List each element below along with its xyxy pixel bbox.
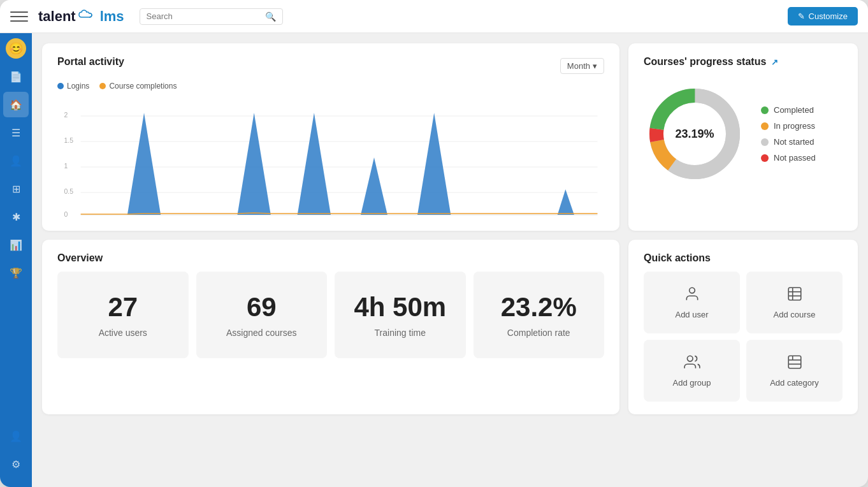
courses-icon: 📄: [10, 71, 22, 83]
add-course-button[interactable]: Add course: [746, 272, 843, 333]
chevron-down-icon: ▾: [593, 61, 597, 71]
add-category-button[interactable]: Add category: [746, 340, 843, 402]
overview-grid: 27 Active users 69 Assigned courses 4h 5…: [57, 272, 604, 358]
svg-text:1: 1: [64, 163, 68, 170]
dot-in-progress: [761, 122, 769, 130]
svg-rect-28: [788, 356, 801, 368]
logo: talent lms: [38, 8, 124, 25]
main-layout: 😊 📄 🏠 ☰ 👤 ⊞ ✱ 📊 🏆: [0, 33, 868, 487]
account-icon: 👤: [10, 430, 22, 442]
sidebar-bottom: 👤 ⚙: [3, 423, 29, 482]
integration-icon: ✱: [12, 211, 20, 223]
donut-center-pct: 23.19%: [675, 127, 714, 141]
bar-1711: [298, 113, 331, 215]
overview-training-time: 4h 50m Training time: [335, 272, 466, 358]
donut-chart: 23.19%: [644, 83, 746, 185]
search-bar[interactable]: 🔍: [140, 8, 283, 25]
overview-assigned-courses: 69 Assigned courses: [196, 272, 328, 358]
label-not-passed: Not passed: [774, 153, 816, 163]
customize-button[interactable]: ✎ Customize: [788, 7, 858, 25]
svg-text:2: 2: [64, 112, 68, 119]
logo-lms: lms: [100, 8, 124, 25]
overview-active-users: 27 Active users: [57, 272, 189, 358]
sidebar-item-courses[interactable]: 📄: [3, 64, 29, 89]
training-time-label: Training time: [375, 328, 426, 338]
avatar[interactable]: 😊: [6, 38, 26, 59]
donut-area: 23.19% Completed In progress: [644, 78, 843, 190]
overview-title: Overview: [57, 252, 103, 263]
logo-talent: talent: [38, 8, 76, 25]
assigned-courses-number: 69: [247, 292, 277, 323]
svg-text:0.5: 0.5: [64, 188, 73, 195]
sidebar-item-home[interactable]: 🏠: [3, 92, 29, 117]
legend-dot-logins: [57, 83, 64, 89]
label-not-started: Not started: [774, 137, 814, 147]
completions-line: [81, 213, 598, 214]
training-time-number: 4h 50m: [354, 292, 446, 323]
add-category-label: Add category: [770, 378, 819, 388]
topbar: talent lms 🔍 ✎ Customize: [0, 0, 868, 33]
chart-area: 0 0.5 1 1.5 2: [57, 91, 604, 218]
search-input[interactable]: [147, 11, 261, 21]
add-course-icon: [786, 286, 803, 306]
legend-completions-label: Course completions: [109, 82, 177, 91]
legend-dot-completions: [99, 83, 106, 89]
gamification-icon: 🏆: [10, 267, 22, 279]
customize-icon: ✎: [798, 11, 805, 21]
add-group-button[interactable]: Add group: [644, 340, 740, 402]
active-users-label: Active users: [99, 328, 147, 338]
add-group-icon: [684, 354, 700, 374]
add-category-icon: [786, 354, 803, 374]
layers-icon: ⊞: [12, 183, 20, 195]
dot-completed: [761, 106, 769, 114]
add-course-label: Add course: [774, 310, 816, 319]
home-icon: 🏠: [10, 99, 22, 111]
topbar-right: ✎ Customize: [788, 7, 858, 25]
hamburger-button[interactable]: [10, 8, 28, 25]
bar-2611: [417, 113, 451, 215]
sidebar-item-settings[interactable]: ⚙: [3, 451, 29, 477]
legend-completions: Course completions: [99, 82, 177, 91]
external-link-icon[interactable]: ↗: [771, 57, 778, 67]
sidebar-item-users[interactable]: 👤: [3, 148, 29, 173]
chart-legend: Logins Course completions: [57, 82, 604, 91]
svg-rect-23: [788, 287, 801, 300]
logo-cloud-icon: [76, 8, 99, 24]
completion-rate-label: Completion rate: [507, 328, 570, 338]
sidebar-item-list[interactable]: ☰: [3, 120, 29, 145]
quick-actions-card: Quick actions Add user: [628, 240, 858, 414]
overview-completion-rate: 23.2% Completion rate: [474, 272, 605, 358]
sidebar-item-account[interactable]: 👤: [3, 423, 29, 449]
sidebar: 😊 📄 🏠 ☰ 👤 ⊞ ✱ 📊 🏆: [0, 33, 32, 487]
legend-not-passed: Not passed: [761, 153, 816, 163]
bar-2311: [361, 157, 387, 215]
list-icon: ☰: [11, 127, 20, 139]
sidebar-item-reports[interactable]: 📊: [3, 232, 29, 258]
bar-0811: [127, 113, 161, 215]
sidebar-item-integrations[interactable]: ✱: [3, 204, 29, 229]
month-select[interactable]: Month ▾: [560, 58, 604, 74]
courses-progress-card: Courses' progress status ↗: [628, 43, 858, 231]
svg-text:0: 0: [64, 211, 68, 218]
legend-in-progress: In progress: [761, 121, 816, 131]
svg-point-27: [687, 356, 693, 361]
add-user-label: Add user: [675, 310, 708, 319]
portal-activity-title: Portal activity: [57, 56, 124, 68]
search-icon: 🔍: [265, 11, 276, 22]
svg-text:1.5: 1.5: [64, 137, 73, 144]
add-user-button[interactable]: Add user: [644, 272, 740, 333]
sidebar-item-gamification[interactable]: 🏆: [3, 260, 29, 286]
legend-logins-label: Logins: [67, 82, 89, 91]
gear-icon: ⚙: [11, 458, 20, 470]
legend-logins: Logins: [57, 82, 89, 91]
courses-progress-title: Courses' progress status ↗: [644, 56, 843, 68]
dot-not-passed: [761, 154, 769, 162]
chart-controls: Portal activity Month ▾: [57, 56, 604, 75]
portal-activity-chart: 0 0.5 1 1.5 2: [57, 91, 604, 218]
bar-0512: [558, 189, 574, 215]
sidebar-item-categories[interactable]: ⊞: [3, 176, 29, 201]
quick-actions-grid: Add user Add course: [644, 272, 843, 402]
row-bottom: Overview 27 Active users 69 Assigned cou…: [42, 240, 858, 414]
assigned-courses-label: Assigned courses: [226, 328, 297, 338]
content: Portal activity Month ▾ Logins: [32, 33, 868, 487]
